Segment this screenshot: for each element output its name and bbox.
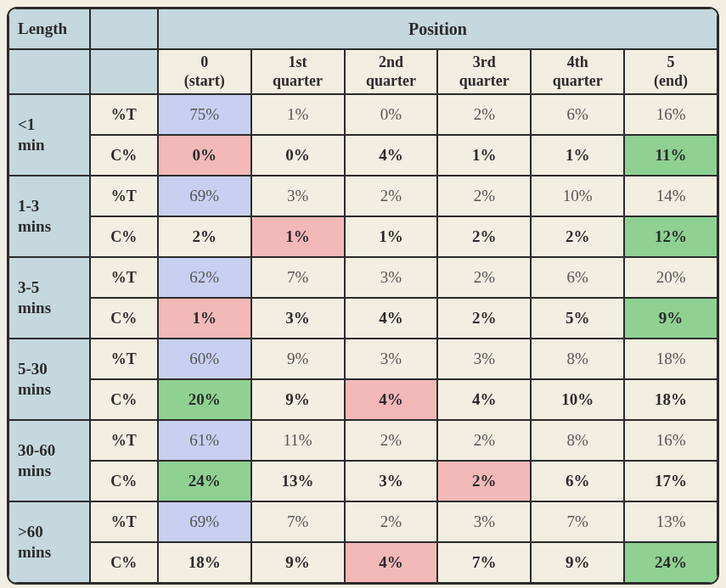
subheader-blank-1 <box>8 49 90 94</box>
length-cell: 1-3mins <box>8 176 90 257</box>
value-cell: 11% <box>251 420 345 461</box>
value-cell: 9% <box>251 542 345 583</box>
value-cell: 2% <box>437 461 531 501</box>
value-cell: 16% <box>624 94 718 135</box>
value-cell: 62% <box>158 257 251 298</box>
length-cell: >60mins <box>8 501 90 583</box>
table-row: C%18%9%4%7%9%24% <box>8 542 718 583</box>
value-cell: 9% <box>624 298 718 339</box>
value-cell: 1% <box>158 298 251 339</box>
value-cell: 17% <box>624 461 718 501</box>
metric-cell: %T <box>90 501 158 542</box>
value-cell: 10% <box>531 176 624 216</box>
table-row: C%24%13%3%2%6%17% <box>8 461 718 501</box>
metric-cell: C% <box>90 216 158 257</box>
value-cell: 8% <box>531 339 624 379</box>
value-cell: 3% <box>251 176 345 216</box>
value-cell: 1% <box>437 135 531 176</box>
header-position: Position <box>158 8 718 49</box>
length-cell: 3-5mins <box>8 257 90 339</box>
value-cell: 1% <box>251 216 345 257</box>
value-cell: 9% <box>251 379 345 420</box>
value-cell: 3% <box>345 257 438 298</box>
value-cell: 3% <box>345 339 438 379</box>
column-header: 2ndquarter <box>345 49 438 94</box>
column-header: 5(end) <box>624 49 718 94</box>
value-cell: 14% <box>624 176 718 216</box>
column-header: 4thquarter <box>531 49 624 94</box>
value-cell: 4% <box>345 542 438 583</box>
value-cell: 13% <box>624 501 718 542</box>
value-cell: 3% <box>437 339 531 379</box>
value-cell: 69% <box>158 501 251 542</box>
data-table: Length Position 0(start)1stquarter2ndqua… <box>7 7 719 585</box>
value-cell: 3% <box>345 461 438 501</box>
value-cell: 60% <box>158 339 251 379</box>
value-cell: 18% <box>624 339 718 379</box>
value-cell: 0% <box>158 135 251 176</box>
value-cell: 2% <box>437 94 531 135</box>
value-cell: 5% <box>531 298 624 339</box>
value-cell: 1% <box>345 216 438 257</box>
table-row: 3-5mins%T62%7%3%2%6%20% <box>8 257 718 298</box>
value-cell: 75% <box>158 94 251 135</box>
value-cell: 2% <box>437 420 531 461</box>
value-cell: 2% <box>437 176 531 216</box>
metric-cell: C% <box>90 461 158 501</box>
table-row: >60mins%T69%7%2%3%7%13% <box>8 501 718 542</box>
value-cell: 20% <box>624 257 718 298</box>
header-length: Length <box>8 8 90 49</box>
value-cell: 3% <box>251 298 345 339</box>
table-row: C%1%3%4%2%5%9% <box>8 298 718 339</box>
value-cell: 12% <box>624 216 718 257</box>
value-cell: 2% <box>345 420 438 461</box>
value-cell: 0% <box>345 94 438 135</box>
value-cell: 13% <box>251 461 345 501</box>
value-cell: 20% <box>158 379 251 420</box>
table-body: <1min%T75%1%0%2%6%16%C%0%0%4%1%1%11%1-3m… <box>8 94 718 583</box>
header-blank <box>90 8 158 49</box>
value-cell: 2% <box>437 257 531 298</box>
table-row: C%20%9%4%4%10%18% <box>8 379 718 420</box>
value-cell: 9% <box>531 542 624 583</box>
value-cell: 1% <box>531 135 624 176</box>
value-cell: 24% <box>158 461 251 501</box>
table-row: 1-3mins%T69%3%2%2%10%14% <box>8 176 718 216</box>
value-cell: 7% <box>251 501 345 542</box>
value-cell: 2% <box>158 216 251 257</box>
value-cell: 18% <box>624 379 718 420</box>
value-cell: 9% <box>251 339 345 379</box>
table-row: <1min%T75%1%0%2%6%16% <box>8 94 718 135</box>
value-cell: 6% <box>531 461 624 501</box>
value-cell: 0% <box>251 135 345 176</box>
column-header: 0(start) <box>158 49 251 94</box>
value-cell: 18% <box>158 542 251 583</box>
value-cell: 1% <box>251 94 345 135</box>
metric-cell: C% <box>90 135 158 176</box>
value-cell: 4% <box>437 379 531 420</box>
value-cell: 8% <box>531 420 624 461</box>
value-cell: 11% <box>624 135 718 176</box>
metric-cell: %T <box>90 339 158 379</box>
value-cell: 3% <box>437 501 531 542</box>
length-cell: 30-60mins <box>8 420 90 501</box>
table-row: C%2%1%1%2%2%12% <box>8 216 718 257</box>
value-cell: 69% <box>158 176 251 216</box>
metric-cell: %T <box>90 94 158 135</box>
column-header: 1stquarter <box>251 49 345 94</box>
value-cell: 2% <box>437 216 531 257</box>
value-cell: 7% <box>437 542 531 583</box>
column-header: 3rdquarter <box>437 49 531 94</box>
value-cell: 7% <box>531 501 624 542</box>
length-cell: <1min <box>8 94 90 176</box>
metric-cell: C% <box>90 542 158 583</box>
table-row: 30-60mins%T61%11%2%2%8%16% <box>8 420 718 461</box>
table-row: 5-30mins%T60%9%3%3%8%18% <box>8 339 718 379</box>
value-cell: 2% <box>531 216 624 257</box>
value-cell: 10% <box>531 379 624 420</box>
value-cell: 4% <box>345 135 438 176</box>
value-cell: 7% <box>251 257 345 298</box>
value-cell: 6% <box>531 94 624 135</box>
table-header: Length Position 0(start)1stquarter2ndqua… <box>8 8 718 94</box>
length-cell: 5-30mins <box>8 339 90 420</box>
